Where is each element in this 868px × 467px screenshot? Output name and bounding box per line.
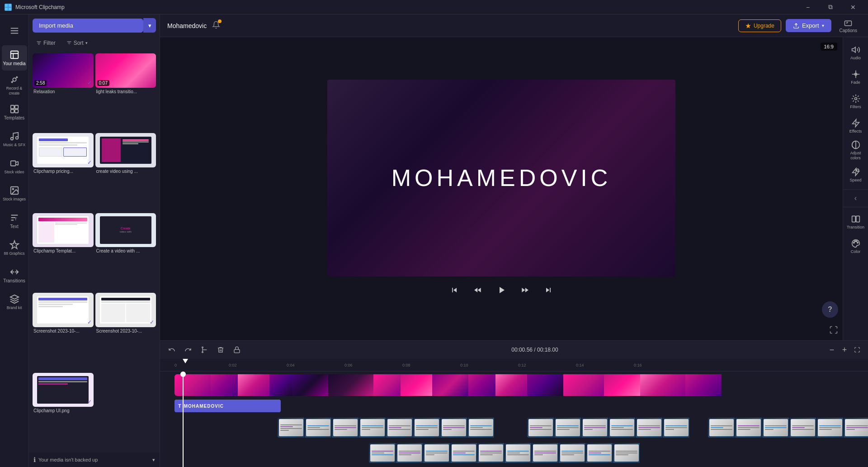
fit-to-window-button[interactable] [852, 344, 863, 355]
upgrade-button[interactable]: Upgrade [738, 19, 781, 32]
svg-rect-7 [10, 51, 18, 59]
screenshot-track-1c[interactable] [708, 418, 868, 438]
backup-chevron-icon: ▾ [152, 457, 155, 463]
sidebar-item-stock-video[interactable]: Stock video [2, 154, 27, 179]
media-duration-light-leaks: 0:07 [97, 80, 109, 86]
sort-label: Sort [74, 40, 84, 46]
media-item-create-video2[interactable]: Create video with [95, 213, 156, 248]
aspect-ratio-badge[interactable]: 16:9 [821, 43, 837, 51]
zoom-in-button[interactable]: + [839, 344, 850, 355]
zoom-out-button[interactable]: − [826, 344, 837, 355]
backup-notice[interactable]: ℹ Your media isn't backed up ▾ [29, 453, 160, 467]
current-time: 00:00.56 [511, 347, 533, 353]
main-area: Mohamedovic Upgrade Export ▾ Captions [160, 14, 868, 467]
film-segment [685, 374, 722, 396]
sidebar-item-your-media[interactable]: Your media [2, 45, 27, 71]
sidebar-item-graphics[interactable]: 88 Graphics [2, 235, 27, 261]
thumb-cell [332, 418, 359, 438]
media-item-template[interactable] [33, 213, 94, 248]
sidebar-item-transitions[interactable]: Transitions [2, 262, 27, 288]
play-pause-button[interactable] [493, 282, 509, 298]
sidebar-label-your-media: Your media [3, 61, 25, 66]
sidebar-item-stock-images[interactable]: Stock images [2, 181, 27, 206]
list-item: ✓ Screenshot 2023-10-... [33, 293, 94, 371]
media-duration-relaxation: 2:58 [34, 80, 47, 86]
sidebar-item-music-sfx[interactable]: Music & SFX [2, 127, 27, 152]
go-to-start-button[interactable] [446, 282, 462, 298]
film-segment [432, 374, 468, 396]
media-item-create-video[interactable] [95, 133, 156, 167]
app-title: Microsoft Clipchamp [15, 4, 65, 10]
color-tool[interactable]: Color [845, 234, 867, 258]
collapse-right-sidebar-button[interactable]: ‹ [853, 192, 859, 204]
sidebar-label-graphics: 88 Graphics [4, 251, 25, 256]
playhead-head [180, 372, 186, 377]
sidebar-item-record-create[interactable]: Record & create [2, 72, 27, 98]
import-media-button[interactable]: Import media [33, 19, 143, 33]
thumb-cell [369, 443, 396, 463]
save-status-icon[interactable] [212, 21, 220, 31]
transition-tool[interactable]: Transition [845, 210, 867, 234]
export-button[interactable]: Export ▾ [786, 19, 831, 32]
restore-button[interactable]: ⧉ [820, 0, 841, 14]
media-item-relaxation[interactable]: 2:58 ✓ [33, 53, 94, 88]
undo-button[interactable] [165, 343, 178, 356]
film-segment [468, 374, 495, 396]
color-tool-label: Color [851, 249, 861, 254]
svg-point-28 [856, 240, 857, 242]
sidebar-item-templates[interactable]: Templates [2, 100, 27, 125]
text-track-label: MOHAMEDOVIC [184, 404, 224, 409]
captions-button[interactable]: Captions [836, 17, 861, 35]
effects-tool[interactable]: Effects [845, 114, 867, 138]
close-button[interactable]: ✕ [843, 0, 863, 14]
sort-button[interactable]: Sort ▾ [63, 38, 91, 48]
redo-button[interactable] [182, 343, 194, 356]
sidebar-item-text[interactable]: T Text [2, 208, 27, 234]
fullscreen-button[interactable] [829, 325, 838, 336]
audio-tool[interactable]: Audio [845, 41, 867, 64]
transition-tool-label: Transition [847, 225, 864, 229]
screenshot-track-1b[interactable] [527, 418, 699, 438]
cut-button[interactable] [198, 343, 211, 356]
minimize-button[interactable]: − [797, 0, 818, 14]
media-item-light-leaks[interactable]: 0:07 [95, 53, 156, 88]
media-item-screenshot1[interactable]: ✓ [33, 293, 94, 327]
film-segment [269, 374, 292, 396]
list-item: create video using ... [95, 133, 156, 211]
media-item-clipchamp-ui[interactable]: ✓ [33, 373, 94, 407]
sidebar-item-brand-kit[interactable]: Brand kit [2, 290, 27, 315]
screenshot-track-row-1 [165, 418, 863, 441]
go-to-end-button[interactable] [540, 282, 557, 298]
hamburger-menu[interactable] [2, 18, 27, 43]
filter-label: Filter [43, 40, 56, 46]
media-item-screenshot2[interactable]: ✓ [95, 293, 156, 327]
film-segment [238, 374, 269, 396]
sidebar-label-stock-images: Stock images [3, 197, 26, 201]
thumb-cell [278, 418, 305, 438]
media-item-clipchamp-pricing[interactable]: ✓ [33, 133, 94, 167]
fade-tool[interactable]: Fade [845, 65, 867, 89]
filters-tool[interactable]: Filters [845, 90, 867, 113]
adjust-colors-tool[interactable]: Adjust colors [845, 138, 867, 162]
import-media-dropdown-button[interactable]: ▾ [143, 18, 156, 33]
help-button[interactable]: ? [822, 301, 838, 318]
list-item: Create video with Create a video with ..… [95, 213, 156, 291]
video-track[interactable] [175, 374, 854, 396]
svg-point-8 [13, 78, 16, 81]
screenshot-track-2[interactable] [369, 443, 654, 463]
timeline-area: 00:00.56 / 00:18.00 − + 0 0:02 0:0 [160, 340, 868, 467]
filter-button[interactable]: Filter [33, 38, 59, 48]
speed-tool[interactable]: Speed [845, 163, 867, 186]
thumb-grid-1 [278, 418, 495, 438]
delete-button[interactable] [214, 343, 227, 356]
speed-tool-label: Speed [849, 178, 861, 182]
text-track[interactable]: T MOHAMEDOVIC [175, 400, 281, 412]
svg-point-23 [856, 169, 859, 171]
lock-button[interactable] [231, 343, 243, 356]
svg-rect-2 [5, 8, 8, 10]
rewind-button[interactable] [470, 282, 486, 298]
forward-button[interactable] [517, 282, 533, 298]
screenshot-track-1[interactable] [278, 418, 513, 438]
thumb-cell [789, 418, 816, 438]
thumb-cell [708, 418, 735, 438]
